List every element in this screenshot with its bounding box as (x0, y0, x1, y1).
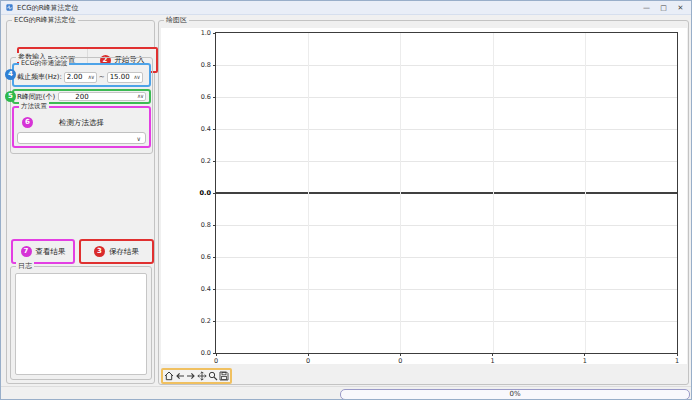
app-window: ECG的R峰算法定位 — □ ✕ ECG的R峰算法定位 1 导入设置 2 开始导… (0, 0, 692, 400)
method-settings-group: 方法设置 6 检测方法选择 ∨ (12, 106, 151, 148)
gridline-vertical (400, 33, 401, 353)
rpeak-spacing-spinbox[interactable]: 200 ∧∨ (58, 92, 146, 101)
y-axis-tick (213, 97, 216, 98)
step-badge-4: 4 (5, 69, 16, 80)
x-tick-label: 1 (583, 357, 587, 365)
y-tick-label: 0.8 (201, 61, 211, 69)
gridline-horizontal (216, 257, 677, 258)
gridline-horizontal (216, 161, 677, 162)
y-axis-tick (213, 161, 216, 162)
plot-area[interactable]: 1.00.80.60.40.20.00.80.60.40.20.0000111 (215, 32, 678, 354)
detection-method-label: 检测方法选择 (14, 118, 149, 128)
x-axis-tick (492, 353, 493, 356)
gridline-horizontal (216, 289, 677, 290)
y-tick-label: 0.8 (201, 221, 211, 229)
y-tick-label: 0.6 (201, 93, 211, 101)
progress-bar: 0% (340, 389, 690, 400)
params-group: 参数输入 ECG的带通滤波 截止频率(Hz): 2.00 ∧∨ ~ 15.00 … (10, 57, 153, 154)
titlebar: ECG的R峰算法定位 — □ ✕ (1, 1, 691, 15)
x-axis-tick (400, 353, 401, 356)
detection-method-dropdown[interactable]: ∨ (17, 132, 146, 144)
chevron-down-icon: ∨ (137, 135, 141, 142)
plot-toolbar (161, 368, 232, 384)
log-textarea[interactable] (15, 273, 147, 375)
x-tick-label: 0 (214, 357, 218, 365)
gridline-horizontal (216, 129, 677, 130)
statusbar: 0% (1, 386, 692, 400)
y-tick-label: 0.4 (201, 125, 211, 133)
step-badge-3: 3 (94, 246, 105, 257)
plot-panel-group-title: 绘图区 (164, 16, 189, 25)
app-icon (6, 4, 13, 11)
spinner-up-down-icon[interactable]: ∧∨ (134, 72, 140, 83)
y-tick-label: 0.0 (201, 349, 211, 357)
low-cutoff-spinbox[interactable]: 2.00 ∧∨ (64, 72, 97, 83)
y-axis-tick (213, 225, 216, 226)
y-tick-label: 0.6 (201, 253, 211, 261)
forward-arrow-icon[interactable] (186, 371, 196, 381)
left-panel-group: ECG的R峰算法定位 1 导入设置 2 开始导入 参数输入 ECG的带通滤波 截… (6, 20, 155, 384)
y-tick-label: 0.2 (201, 157, 211, 165)
view-results-button[interactable]: 7 查看结果 (11, 239, 75, 264)
y-axis-tick (213, 321, 216, 322)
minimize-button[interactable]: — (638, 1, 655, 15)
progress-label: 0% (509, 390, 520, 398)
maximize-button[interactable]: □ (655, 1, 672, 15)
spinner-up-down-icon[interactable]: ∧∨ (137, 91, 143, 102)
y-tick-label: 0.2 (201, 317, 211, 325)
zoom-icon[interactable] (208, 371, 218, 381)
y-axis-tick (213, 193, 216, 194)
x-tick-label: 1 (675, 357, 679, 365)
gridline-horizontal (216, 321, 677, 322)
y-axis-tick (213, 257, 216, 258)
save-icon[interactable] (219, 371, 229, 381)
y-tick-label: 0.4 (201, 285, 211, 293)
high-cutoff-spinbox[interactable]: 15.00 ∧∨ (107, 72, 143, 83)
y-tick-label: 0.0 (199, 189, 211, 197)
x-axis-tick (584, 353, 585, 356)
bandpass-filter-group: ECG的带通滤波 截止频率(Hz): 2.00 ∧∨ ~ 15.00 ∧∨ (12, 63, 151, 87)
x-axis-tick (216, 353, 217, 356)
y-axis-tick (213, 65, 216, 66)
rpeak-spacing-label: R峰间距(个) (17, 92, 55, 102)
close-button[interactable]: ✕ (672, 1, 689, 15)
y-axis-tick (213, 129, 216, 130)
bandpass-group-title: ECG的带通滤波 (19, 59, 69, 68)
cutoff-frequency-label: 截止频率(Hz): (17, 72, 62, 82)
y-axis-tick (213, 289, 216, 290)
save-results-button[interactable]: 3 保存结果 (79, 239, 154, 264)
gridline-vertical (493, 33, 494, 353)
spinner-up-down-icon[interactable]: ∧∨ (88, 72, 94, 83)
plot-panel-group: 绘图区 1.00.80.60.40.20.00.80.60.40.20.0000… (158, 20, 689, 385)
gridline-vertical (585, 33, 586, 353)
log-group: 日志 (10, 266, 152, 380)
pan-icon[interactable] (197, 371, 207, 381)
gridline-horizontal (216, 65, 677, 66)
back-arrow-icon[interactable] (175, 371, 185, 381)
x-tick-label: 1 (491, 357, 495, 365)
window-title: ECG的R峰算法定位 (17, 3, 79, 13)
home-icon[interactable] (164, 371, 174, 381)
x-tick-label: 0 (306, 357, 310, 365)
step-badge-7: 7 (21, 246, 32, 257)
gridline-horizontal (216, 97, 677, 98)
gridline-vertical (308, 33, 309, 353)
x-axis-tick (677, 353, 678, 356)
method-group-title: 方法设置 (19, 102, 49, 111)
y-axis-tick (213, 33, 216, 34)
left-panel-group-title: ECG的R峰算法定位 (12, 16, 78, 25)
range-separator: ~ (99, 73, 105, 81)
x-tick-label: 0 (398, 357, 402, 365)
y-tick-label: 1.0 (201, 29, 211, 37)
subplot-boundary-line (216, 192, 677, 194)
log-group-title: 日志 (16, 262, 34, 271)
gridline-horizontal (216, 225, 677, 226)
step-badge-5: 5 (5, 91, 16, 102)
x-axis-tick (308, 353, 309, 356)
